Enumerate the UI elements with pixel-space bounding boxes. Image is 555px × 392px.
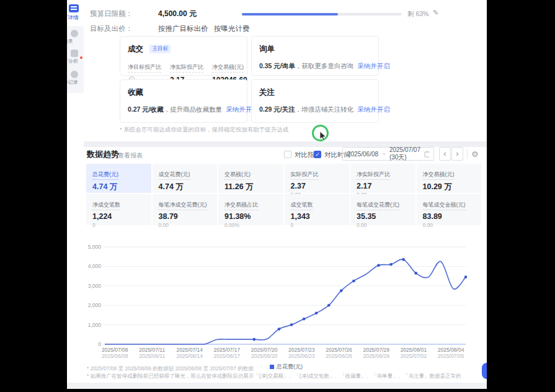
y-tick-label: 1,000 bbox=[88, 322, 102, 328]
goal-card-follow: 关注 0.29 元/关注，增强店铺关注转化采纳并开启 bbox=[251, 79, 379, 123]
app-window: 广详情 效果 广分析 作记录 预算日限额： 4,500.00 元 剩 63% ✎… bbox=[67, 0, 487, 389]
data-point-marker bbox=[315, 311, 318, 314]
bidding-option-exposure[interactable]: 按曝光计费 bbox=[214, 24, 250, 33]
data-point-marker bbox=[253, 338, 256, 341]
data-point-marker bbox=[303, 318, 306, 321]
tile-actual-roi[interactable]: 实际投产比 2.37 0.00 bbox=[285, 164, 350, 193]
anchor-rail: 广详情 效果 广分析 作记录 bbox=[67, 0, 84, 389]
bidding-label: 目标及出价： bbox=[90, 24, 133, 33]
follow-desc: 0.29 元/关注，增强店铺关注转化采纳并开启 bbox=[259, 105, 371, 114]
tile-deal-cost[interactable]: 成交花费(元) 4.74 万 0.00 bbox=[153, 164, 218, 193]
budget-progress-fill bbox=[242, 13, 338, 16]
tile-net-deal-count[interactable]: 净成交笔数 1,224 0 bbox=[86, 194, 151, 225]
mouse-cursor-icon bbox=[319, 131, 327, 141]
x-tick-label: 2025/07/29 bbox=[363, 347, 389, 353]
tile-net-gmv-ratio[interactable]: 净交易额占比 91.38% 0.00% bbox=[218, 194, 283, 225]
x-tick-compare-label: 2025/06/20 bbox=[251, 353, 278, 359]
effect-icon bbox=[71, 30, 78, 37]
goal-note: * 系统会尽可能达成你设置的目标，保持稳定投放有助于提升达成 bbox=[120, 126, 288, 134]
chart-legend[interactable]: 总花费(元) bbox=[270, 363, 303, 371]
tile-cost-per-deal[interactable]: 每笔成交花费(元) 35.35 0.00 bbox=[350, 194, 415, 225]
x-tick-label: 2025/07/08 bbox=[102, 347, 128, 353]
view-report-link[interactable]: 查看报表 bbox=[118, 151, 143, 160]
follow-adopt-link[interactable]: 采纳并开启 bbox=[357, 105, 390, 113]
compare-time-checkbox[interactable]: ✓ bbox=[314, 151, 321, 158]
section-divider-band bbox=[84, 141, 487, 147]
rail-panel: 效果 广分析 作记录 bbox=[67, 26, 84, 93]
inquiry-desc: 0.35 元/询单，获取更多意向咨询采纳并开启 bbox=[259, 62, 371, 71]
legend-swatch bbox=[270, 365, 274, 369]
trend-line-chart: 01,0002,0003,0004,0005,0002025/07/082025… bbox=[84, 242, 484, 366]
metric-tiles: 总花费(元) 4.74 万 0.00 成交花费(元) 4.74 万 0.00 交… bbox=[86, 164, 481, 225]
data-point-marker bbox=[340, 289, 343, 292]
goal-card-favorite: 收藏 0.27 元/收藏，提升商品收藏数量采纳并开启 bbox=[120, 79, 247, 123]
x-tick-label: 2025/07/20 bbox=[251, 347, 278, 353]
tile-total-cost[interactable]: 总花费(元) 4.74 万 0.00 bbox=[86, 164, 151, 193]
y-tick-label: 5,000 bbox=[88, 244, 102, 250]
data-point-marker bbox=[377, 264, 380, 267]
data-point-marker bbox=[290, 323, 293, 326]
x-tick-compare-label: 2025/07/02 bbox=[401, 353, 427, 359]
x-tick-label: 2025/07/26 bbox=[326, 347, 352, 353]
tile-net-gmv[interactable]: 净交易额(元) 10.29 万 0.00 bbox=[417, 164, 482, 193]
x-tick-compare-label: 2025/06/17 bbox=[214, 353, 241, 359]
notification-dot bbox=[80, 56, 82, 59]
promo-detail-icon bbox=[69, 4, 79, 12]
x-tick-compare-label: 2025/07/05 bbox=[438, 353, 464, 359]
floating-button-partial[interactable] bbox=[482, 363, 487, 379]
x-tick-compare-label: 2025/06/14 bbox=[176, 353, 203, 359]
settings-gear-icon[interactable]: ⚙ bbox=[471, 149, 479, 159]
date-range-picker[interactable]: 2025/06/08 ~ 2025/07/07 (30天) bbox=[342, 147, 434, 161]
inquiry-adopt-link[interactable]: 采纳并开启 bbox=[357, 62, 390, 69]
date-next-button[interactable]: › bbox=[451, 147, 463, 161]
analysis-icon bbox=[71, 50, 78, 57]
log-icon bbox=[71, 71, 78, 78]
x-tick-label: 2025/07/14 bbox=[176, 347, 203, 353]
data-point-marker bbox=[464, 275, 468, 278]
bottom-strip bbox=[67, 383, 487, 389]
compare-metric-checkbox[interactable] bbox=[284, 151, 291, 158]
date-separator: ~ bbox=[382, 151, 386, 158]
y-tick-label: 3,000 bbox=[88, 283, 102, 289]
y-tick-label: 4,000 bbox=[88, 263, 102, 269]
date-prev-button[interactable]: ‹ bbox=[439, 147, 451, 161]
date-end: 2025/07/07 (30天) bbox=[389, 146, 424, 162]
tile-deal-count[interactable]: 成交笔数 1,343 0 bbox=[285, 194, 350, 225]
y-tick-label: 0 bbox=[98, 341, 101, 347]
x-tick-label: 2025/07/11 bbox=[139, 347, 165, 353]
data-point-marker bbox=[352, 280, 355, 283]
budget-progress-bar[interactable] bbox=[242, 13, 402, 16]
calendar-icon bbox=[424, 151, 429, 158]
tile-net-actual-roi[interactable]: 净实际投产比 2.17 0.00 bbox=[350, 164, 415, 193]
x-tick-compare-label: 2025/06/29 bbox=[363, 353, 389, 359]
budget-amount: 4,500.00 元 bbox=[158, 9, 197, 19]
bidding-option-goal[interactable]: 按推广目标出价 bbox=[158, 24, 208, 33]
y-tick-label: 2,000 bbox=[88, 302, 102, 308]
x-tick-compare-label: 2025/06/26 bbox=[326, 353, 352, 359]
tile-net-cost-per-deal[interactable]: 每笔净成交花费(元) 38.79 0.00 bbox=[153, 194, 218, 225]
primary-goal-badge: 主目标 bbox=[149, 45, 171, 53]
deal-card-title: 成交 bbox=[128, 44, 143, 55]
date-start: 2025/06/08 bbox=[347, 151, 378, 158]
main-content: 预算日限额： 4,500.00 元 剩 63% ✎ 目标及出价： 按推广目标出价… bbox=[84, 0, 487, 389]
tile-gmv[interactable]: 交易额(元) 11.26 万 0.00 bbox=[218, 164, 283, 193]
trend-title: 数据趋势 bbox=[87, 149, 119, 160]
x-tick-compare-label: 2025/06/23 bbox=[288, 353, 315, 359]
goal-card-deal: 成交 主目标 净目标投产比i 2.45 ✎ 净实际投产比 2.17 净交易额(元… bbox=[120, 36, 247, 76]
x-tick-label: 2025/07/17 bbox=[214, 347, 241, 353]
budget-label: 预算日限额： bbox=[90, 9, 133, 19]
x-tick-compare-label: 2025/06/11 bbox=[139, 353, 165, 359]
budget-remaining: 剩 63% bbox=[407, 10, 428, 19]
budget-edit-icon[interactable]: ✎ bbox=[433, 9, 438, 17]
favorite-card-title: 收藏 bbox=[128, 87, 143, 98]
data-point-marker bbox=[327, 304, 331, 307]
data-point-marker bbox=[389, 263, 393, 266]
follow-card-title: 关注 bbox=[259, 87, 275, 98]
legend-label: 总花费(元) bbox=[277, 363, 303, 371]
tile-amount-per-deal[interactable]: 每笔成交金额(元) 83.89 0.00 bbox=[417, 194, 482, 225]
x-tick-label: 2025/08/04 bbox=[438, 347, 464, 353]
favorite-desc: 0.27 元/收藏，提升商品收藏数量采纳并开启 bbox=[128, 105, 239, 114]
x-tick-label: 2025/07/23 bbox=[288, 347, 315, 353]
inquiry-card-title: 询单 bbox=[259, 44, 275, 55]
goal-card-inquiry: 询单 0.35 元/询单，获取更多意向咨询采纳并开启 bbox=[251, 36, 379, 76]
